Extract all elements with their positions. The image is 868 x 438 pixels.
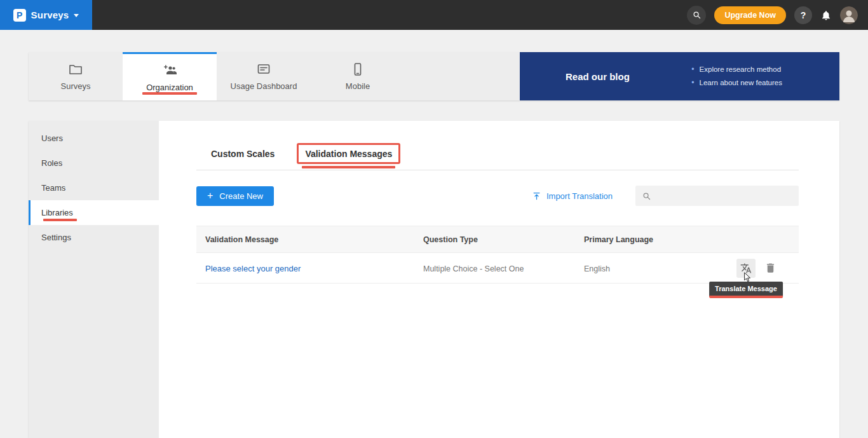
app-name: Surveys <box>31 10 69 20</box>
dashboard-icon <box>256 62 271 77</box>
table-search <box>635 186 799 206</box>
toolbar: + Create New Import Translation <box>196 186 799 206</box>
plus-icon: + <box>207 190 213 202</box>
bullet-icon: • <box>691 76 694 90</box>
sidebar-item-settings[interactable]: Settings <box>29 225 159 250</box>
bullet-icon: • <box>691 63 694 76</box>
tab-label: Custom Scales <box>211 149 275 159</box>
tab-custom-scales[interactable]: Custom Scales <box>211 149 275 159</box>
validation-messages-table: Validation Message Question Type Primary… <box>196 226 799 284</box>
blog-bullet-text: Explore research method <box>700 63 781 76</box>
question-type-cell: Multiple Choice - Select One <box>423 264 524 273</box>
annotation-underline-validation-messages <box>302 166 395 168</box>
blog-bullet-item: • Explore research method <box>691 63 782 76</box>
blog-promo-panel: Read our blog • Explore research method … <box>520 52 839 100</box>
nav-tab-usage-dashboard[interactable]: Usage Dashboard <box>217 52 311 100</box>
nav-tab-organization[interactable]: Organization <box>123 52 217 100</box>
brand-logo-icon: P <box>13 9 26 22</box>
search-button[interactable] <box>687 6 706 25</box>
sidebar-item-label: Roles <box>41 158 62 168</box>
search-icon <box>642 191 651 201</box>
column-header-validation-message: Validation Message <box>196 235 423 244</box>
mouse-cursor-icon <box>743 272 752 284</box>
libraries-content: Custom Scales Validation Messages + Crea… <box>159 121 839 438</box>
table-row: Please select your gender Multiple Choic… <box>196 253 799 284</box>
table-header-row: Validation Message Question Type Primary… <box>196 226 799 253</box>
delete-message-button[interactable] <box>764 262 776 274</box>
sidebar-item-users[interactable]: Users <box>29 126 159 151</box>
user-avatar[interactable] <box>840 6 858 24</box>
sidebar-item-teams[interactable]: Teams <box>29 175 159 200</box>
primary-nav-tabs: Surveys Organization <box>29 52 520 100</box>
sidebar-item-label: Settings <box>41 233 71 242</box>
blog-bullet-text: Learn about new features <box>700 76 782 90</box>
help-button[interactable]: ? <box>794 6 812 24</box>
sidebar-item-roles[interactable]: Roles <box>29 151 159 175</box>
mobile-icon <box>350 62 365 77</box>
topbar-actions: Upgrade Now ? <box>687 6 868 25</box>
toolbar-right: Import Translation <box>532 186 799 206</box>
create-new-button[interactable]: + Create New <box>196 186 274 206</box>
notifications-button[interactable] <box>820 10 832 21</box>
nav-tab-label: Usage Dashboard <box>231 81 297 91</box>
nav-tab-label: Surveys <box>61 81 91 91</box>
app-switcher[interactable]: P Surveys <box>0 0 92 30</box>
nav-tab-mobile[interactable]: Mobile <box>311 52 405 100</box>
nav-tab-label: Mobile <box>346 81 370 91</box>
row-actions: Translate Message <box>736 259 799 278</box>
tooltip-translate-message: Translate Message <box>709 282 783 298</box>
nav-tab-label: Organization <box>146 83 193 92</box>
blog-bullet-item: • Learn about new features <box>691 76 782 90</box>
bell-icon <box>820 10 832 21</box>
column-header-primary-language: Primary Language <box>584 235 736 244</box>
trash-icon <box>764 262 776 274</box>
sidebar-item-label: Users <box>41 133 63 143</box>
primary-nav-card: Surveys Organization <box>29 52 839 100</box>
annotation-underline-libraries <box>43 219 77 221</box>
nav-tab-surveys[interactable]: Surveys <box>29 52 123 100</box>
import-translation-link[interactable]: Import Translation <box>532 191 613 201</box>
blog-title-link[interactable]: Read our blog <box>566 71 630 82</box>
import-icon <box>532 191 541 201</box>
translate-message-button[interactable]: Translate Message <box>736 259 756 278</box>
column-header-question-type: Question Type <box>423 235 584 244</box>
search-input[interactable] <box>656 191 792 201</box>
tab-label: Validation Messages <box>305 149 392 159</box>
sidebar-item-label: Teams <box>41 183 65 193</box>
library-tabs: Custom Scales Validation Messages <box>196 149 799 170</box>
folder-icon <box>68 62 83 77</box>
validation-message-link[interactable]: Please select your gender <box>205 264 301 273</box>
search-icon <box>692 10 702 20</box>
annotation-underline-organization <box>142 92 197 95</box>
top-bar: P Surveys Upgrade Now ? <box>0 0 868 30</box>
import-translation-label: Import Translation <box>546 191 613 201</box>
group-add-icon <box>162 63 177 78</box>
primary-language-cell: English <box>584 264 610 273</box>
main-content-card: Users Roles Teams Libraries Settings Cus… <box>29 121 839 438</box>
settings-sidebar: Users Roles Teams Libraries Settings <box>29 121 159 438</box>
chevron-down-icon <box>74 14 79 17</box>
sidebar-item-libraries[interactable]: Libraries <box>29 200 159 225</box>
create-new-label: Create New <box>219 191 263 201</box>
upgrade-now-button[interactable]: Upgrade Now <box>714 6 786 24</box>
blog-bullet-list: • Explore research method • Learn about … <box>691 63 839 90</box>
sidebar-item-label: Libraries <box>41 208 73 217</box>
tab-validation-messages[interactable]: Validation Messages <box>305 149 392 159</box>
